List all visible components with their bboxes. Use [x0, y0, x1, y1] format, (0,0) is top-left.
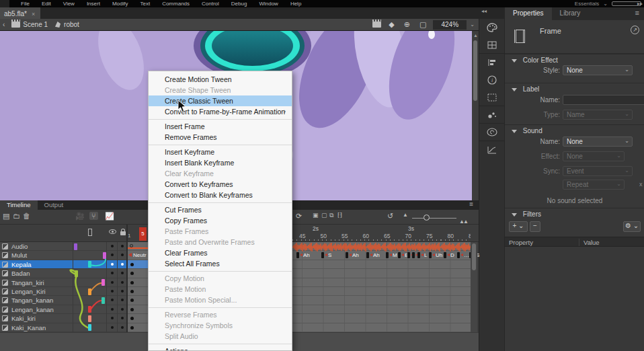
scroll-up-icon[interactable]: ▲	[473, 33, 478, 38]
menu-modify[interactable]: Modify	[106, 1, 134, 7]
delete-layer-icon[interactable]: 🗑	[23, 212, 30, 220]
layer-row-lengan_kiri[interactable]: Lengan_Kiri	[0, 287, 128, 296]
lock-column-icon[interactable]	[120, 231, 126, 235]
frames-row-badan[interactable]	[292, 269, 471, 278]
zoom-out-frames-icon[interactable]: ▲	[403, 212, 408, 218]
camera-icon[interactable]: 🎥	[75, 212, 85, 221]
section-filters[interactable]: Filters	[505, 208, 644, 219]
breadcrumb-scene[interactable]: Scene 1	[23, 21, 48, 28]
keyframe[interactable]: M	[386, 252, 389, 258]
parenting-swatch[interactable]	[88, 261, 91, 268]
keyframe[interactable]: E	[398, 252, 401, 258]
reset-timeline-zoom-icon[interactable]: ↺	[387, 212, 393, 221]
back-arrow-icon[interactable]: ‹	[3, 21, 5, 28]
onion-skin-outline-icon[interactable]: ▢	[321, 212, 327, 219]
add-filter-button[interactable]: + ⌄	[509, 221, 528, 232]
lock-dot[interactable]	[121, 308, 124, 311]
frames-start-tangan_kanan[interactable]	[128, 296, 148, 305]
keyframe[interactable]: Ah	[366, 252, 369, 258]
menu-item-convert-to-keyframes[interactable]: Convert to Keyframes	[149, 179, 292, 190]
keyframe[interactable]: Ah	[296, 252, 299, 258]
scrollbar-thumb[interactable]	[472, 243, 476, 270]
lock-dot[interactable]	[121, 299, 124, 301]
lock-dot[interactable]	[121, 281, 124, 284]
section-sound[interactable]: Sound	[505, 124, 644, 135]
layer-parenting-icon[interactable]: ⑂	[89, 212, 98, 220]
menu-item-create-classic-tween[interactable]: Create Classic Tween	[149, 95, 292, 106]
visibility-dot[interactable]	[111, 272, 114, 274]
menu-window[interactable]: Window	[253, 1, 284, 7]
menu-item-cut-frames[interactable]: Cut Frames	[149, 204, 292, 215]
clip-content-icon[interactable]: ▢	[419, 20, 426, 29]
timeline-zoom-slider[interactable]	[412, 218, 456, 219]
layer-row-badan[interactable]: Badan	[0, 269, 128, 278]
document-tab[interactable]: ab5.fla* ×	[0, 7, 40, 19]
timeline-panel-menu-icon[interactable]: ≡	[464, 200, 479, 210]
help-shortcut-icon[interactable]: ↗	[631, 26, 639, 34]
swatches-panel-icon[interactable]	[479, 36, 505, 54]
frames-start-mulut[interactable]: Neutr	[128, 251, 148, 260]
frames-leading-columns[interactable]: Neutr	[128, 242, 148, 332]
menu-item-insert-frame[interactable]: Insert Frame	[149, 121, 292, 132]
edit-scene-icon[interactable]	[372, 22, 381, 28]
menu-item-insert-keyframe[interactable]: Insert Keyframe	[149, 147, 292, 157]
breadcrumb-symbol[interactable]: robot	[64, 21, 79, 28]
frames-grid[interactable]: AhSAhAhMELUhD…S	[292, 242, 471, 332]
visibility-dot[interactable]	[111, 326, 114, 329]
visibility-dot[interactable]	[111, 308, 114, 311]
align-panel-icon[interactable]	[479, 54, 505, 71]
lock-dot[interactable]	[121, 326, 124, 329]
new-layer-icon[interactable]: ▤	[3, 212, 9, 221]
collapse-panels-icon[interactable]: ◂◂	[481, 8, 487, 14]
tab-output[interactable]: Output	[38, 200, 71, 210]
parenting-swatch[interactable]	[88, 306, 91, 313]
menu-item-create-motion-tween[interactable]: Create Motion Tween	[149, 74, 292, 85]
parenting-swatch[interactable]	[103, 252, 106, 259]
section-color-effect[interactable]: Color Effect	[505, 54, 644, 65]
keyframe[interactable]: Ah	[346, 252, 348, 258]
keyframe[interactable]: S	[321, 252, 324, 258]
modify-markers-icon[interactable]: ⁅⁆	[337, 212, 342, 219]
frames-row-audio[interactable]	[292, 242, 471, 251]
parenting-swatch[interactable]	[102, 279, 105, 286]
parenting-swatch[interactable]	[88, 324, 91, 331]
lock-dot[interactable]	[121, 290, 124, 292]
panel-menu-icon[interactable]: ≡	[630, 7, 644, 20]
layer-row-tangan_kanan[interactable]: Tangan_kanan	[0, 296, 128, 305]
visibility-dot[interactable]	[111, 254, 114, 256]
tab-library[interactable]: Library	[552, 7, 589, 20]
section-label[interactable]: Label	[505, 83, 644, 93]
keyframe[interactable]: …	[457, 252, 460, 258]
menu-control[interactable]: Control	[196, 1, 225, 7]
tab-timeline[interactable]: Timeline	[0, 200, 38, 210]
parenting-swatch[interactable]	[102, 297, 105, 304]
stage-vertical-scrollbar[interactable]: ▲	[472, 31, 479, 200]
menu-item-convert-to-blank-keyframes[interactable]: Convert to Blank Keyframes	[149, 190, 292, 200]
motion-editor-icon[interactable]	[479, 141, 505, 159]
menu-item-copy-frames[interactable]: Copy Frames	[149, 215, 292, 226]
frames-row-tangan_kiri[interactable]	[292, 278, 471, 287]
info-panel-icon[interactable]: i	[479, 71, 505, 89]
close-tab-icon[interactable]: ×	[32, 11, 35, 17]
menu-item-select-all-frames[interactable]: Select All Frames	[149, 258, 292, 269]
timeline-vertical-scrollbar[interactable]	[471, 242, 477, 332]
frames-row-kepala[interactable]	[292, 260, 471, 269]
frames-row-lengan_kiri[interactable]	[292, 287, 471, 296]
parenting-swatch[interactable]	[88, 288, 91, 295]
menu-commands[interactable]: Commands	[156, 1, 196, 7]
parenting-swatch[interactable]	[88, 315, 91, 322]
workspace-switcher[interactable]: Essentials	[575, 1, 599, 7]
layer-row-tangan_kiri[interactable]: Tangan_kiri	[0, 278, 128, 287]
visibility-dot[interactable]	[111, 263, 114, 266]
center-frame-icon[interactable]: ⊕	[404, 20, 410, 29]
frames-row-lengan_kanan[interactable]	[292, 305, 471, 314]
edit-multiple-frames-icon[interactable]: ⧉	[329, 212, 333, 219]
menu-insert[interactable]: Insert	[81, 1, 106, 7]
frames-start-lengan_kiri[interactable]	[128, 287, 148, 296]
keyframe[interactable]: D	[444, 252, 446, 258]
keyframe[interactable]: L	[417, 252, 420, 258]
layer-frames-divider[interactable]	[126, 225, 128, 332]
frames-start-audio[interactable]	[128, 242, 148, 251]
sound-name-dropdown[interactable]: None ⌄	[563, 136, 633, 147]
timeline-zoom-knob[interactable]	[424, 214, 430, 221]
